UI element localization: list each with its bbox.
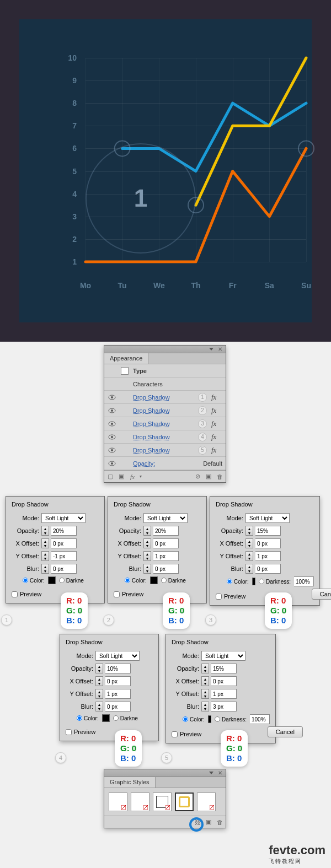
opacity-input[interactable] — [105, 664, 131, 673]
stepper[interactable]: ▲▼ — [41, 551, 49, 561]
stepper[interactable]: ▲▼ — [201, 676, 209, 686]
footer-dup-icon[interactable]: ▣ — [205, 473, 212, 481]
tab-appearance[interactable]: Appearance — [104, 353, 148, 364]
menu-icon[interactable] — [209, 348, 213, 351]
style-swatch[interactable] — [153, 792, 172, 811]
mode-select[interactable]: Soft Light — [143, 513, 188, 523]
opacity-input[interactable] — [211, 664, 237, 673]
yoffset-input[interactable] — [211, 689, 237, 699]
appearance-effect-row[interactable]: Drop Shadow1fx — [104, 391, 226, 404]
stepper[interactable]: ▲▼ — [41, 538, 49, 548]
color-radio[interactable] — [227, 579, 232, 584]
footer-no-icon[interactable]: ⊘ — [194, 473, 201, 481]
preview-checkbox[interactable] — [114, 591, 120, 597]
stepper[interactable]: ▲▼ — [245, 526, 253, 536]
stepper[interactable]: ▲▼ — [95, 689, 103, 699]
yoffset-input[interactable] — [255, 551, 281, 561]
color-swatch[interactable] — [252, 578, 255, 585]
appearance-chars-row[interactable]: Characters — [104, 378, 226, 391]
darkness-radio[interactable] — [161, 578, 167, 583]
opacity-input[interactable] — [153, 526, 179, 536]
xoffset-input[interactable] — [211, 676, 237, 686]
stepper[interactable]: ▲▼ — [143, 538, 151, 548]
blur-input[interactable] — [255, 564, 281, 574]
color-radio[interactable] — [77, 715, 82, 721]
visibility-icon[interactable] — [108, 406, 116, 415]
stepper[interactable]: ▲▼ — [245, 564, 253, 574]
darkness-input[interactable] — [250, 714, 270, 724]
stepper[interactable]: ▲▼ — [201, 689, 209, 699]
xoffset-input[interactable] — [51, 538, 77, 548]
stepper[interactable]: ▲▼ — [41, 564, 49, 574]
mode-select[interactable]: Soft Light — [201, 651, 245, 661]
color-swatch[interactable] — [102, 714, 110, 722]
preview-checkbox[interactable] — [12, 591, 18, 597]
stepper[interactable]: ▲▼ — [41, 526, 49, 536]
darkness-radio[interactable] — [113, 715, 119, 721]
xoffset-input[interactable] — [153, 538, 179, 548]
menu-icon[interactable] — [209, 772, 213, 774]
mode-select[interactable]: Soft Light — [245, 513, 290, 523]
cancel-button[interactable]: Cancel — [312, 589, 331, 600]
opacity-input[interactable] — [51, 526, 77, 536]
fx-icon[interactable]: fx — [211, 433, 222, 441]
xoffset-input[interactable] — [105, 676, 131, 686]
fx-icon[interactable]: fx — [211, 393, 222, 402]
blur-input[interactable] — [51, 564, 77, 574]
color-radio[interactable] — [125, 578, 130, 583]
mode-select[interactable]: Soft Light — [41, 513, 86, 523]
stepper[interactable]: ▲▼ — [245, 551, 253, 561]
stepper[interactable]: ▲▼ — [95, 702, 103, 711]
blur-input[interactable] — [105, 702, 131, 711]
tab-graphic-styles[interactable]: Graphic Styles — [104, 777, 156, 788]
footer-trash-icon[interactable]: 🗑 — [216, 818, 223, 826]
stepper[interactable]: ▲▼ — [143, 564, 151, 574]
panel-titlebar[interactable]: ✕ — [104, 769, 226, 777]
stepper[interactable]: ▲▼ — [201, 702, 209, 711]
style-swatch-selected[interactable] — [175, 792, 194, 811]
color-swatch[interactable] — [48, 576, 56, 584]
style-swatch[interactable] — [109, 792, 127, 811]
preview-checkbox[interactable] — [66, 729, 72, 735]
visibility-icon[interactable] — [108, 459, 116, 468]
stepper[interactable]: ▲▼ — [143, 551, 151, 561]
appearance-opacity-row[interactable]: Opacity: Default — [104, 457, 226, 470]
fx-icon[interactable]: fx — [211, 446, 222, 455]
opacity-input[interactable] — [255, 526, 281, 536]
preview-checkbox[interactable] — [172, 731, 178, 737]
footer-clear-icon[interactable]: ▣ — [118, 473, 125, 481]
color-radio[interactable] — [23, 578, 28, 583]
yoffset-input[interactable] — [105, 689, 131, 699]
stepper[interactable]: ▲▼ — [201, 664, 209, 673]
darkness-radio[interactable] — [259, 579, 264, 584]
fx-icon[interactable]: fx — [211, 406, 222, 415]
appearance-effect-row[interactable]: Drop Shadow3fx — [104, 417, 226, 430]
panel-titlebar[interactable]: ✕ — [104, 346, 226, 353]
appearance-effect-row[interactable]: Drop Shadow5fx — [104, 444, 226, 457]
stepper[interactable]: ▲▼ — [245, 538, 253, 548]
preview-checkbox[interactable] — [216, 594, 222, 600]
footer-new-icon[interactable]: ▢ — [106, 473, 114, 481]
yoffset-input[interactable] — [51, 551, 77, 561]
fx-icon[interactable]: fx — [211, 419, 222, 428]
appearance-effect-row[interactable]: Drop Shadow4fx — [104, 430, 226, 444]
style-swatch[interactable] — [197, 792, 216, 811]
stepper[interactable]: ▲▼ — [143, 526, 151, 536]
yoffset-input[interactable] — [153, 551, 179, 561]
xoffset-input[interactable] — [255, 538, 281, 548]
style-swatch[interactable] — [131, 792, 150, 811]
color-swatch[interactable] — [150, 576, 158, 584]
footer-fx-icon[interactable]: fx — [129, 473, 136, 481]
darkness-radio[interactable] — [59, 578, 65, 583]
stepper[interactable]: ▲▼ — [95, 676, 103, 686]
color-swatch[interactable] — [208, 715, 211, 723]
blur-input[interactable] — [211, 702, 237, 711]
cancel-button[interactable]: Cancel — [268, 726, 303, 737]
footer-new-icon[interactable]: ▣ — [205, 818, 212, 826]
footer-trash-icon[interactable]: 🗑 — [216, 473, 223, 481]
mode-select[interactable]: Soft Light — [95, 651, 140, 661]
close-icon[interactable]: ✕ — [218, 770, 222, 776]
color-radio[interactable] — [183, 716, 188, 722]
appearance-effect-row[interactable]: Drop Shadow2fx — [104, 404, 226, 417]
appearance-type-row[interactable]: Type — [104, 364, 226, 378]
